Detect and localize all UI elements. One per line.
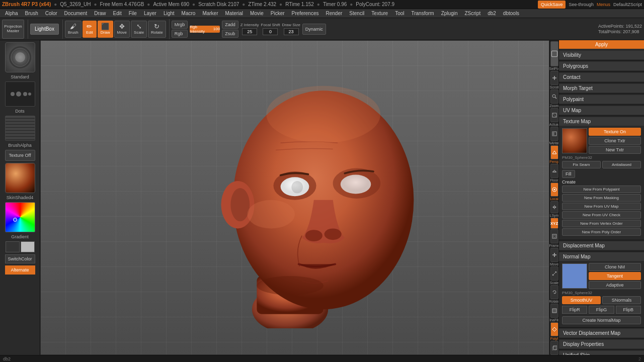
viewport[interactable] — [40, 40, 549, 355]
local-button[interactable] — [550, 183, 558, 197]
material-preview[interactable] — [5, 163, 35, 193]
alternate-button[interactable]: Alternate — [5, 265, 35, 275]
scale-icon-button[interactable] — [550, 266, 558, 281]
menu-layer[interactable]: Layer — [141, 10, 159, 17]
zsub-button[interactable]: Zsub — [222, 30, 238, 38]
menu-render[interactable]: Render — [323, 10, 346, 17]
draw-button[interactable]: ⬛ Draw — [98, 21, 113, 38]
dynamic-button[interactable]: Dynamic — [302, 24, 326, 35]
viewport-canvas[interactable] — [40, 40, 549, 355]
edit-button[interactable]: ✏ Edit — [83, 21, 97, 38]
scroll-button[interactable] — [550, 71, 558, 85]
normal-map-header[interactable]: Normal Map — [559, 252, 644, 261]
adaptive-button[interactable]: Adaptive — [589, 281, 641, 289]
menu-material[interactable]: Material — [222, 10, 247, 17]
zoom-button[interactable] — [550, 89, 558, 104]
flipr-button[interactable]: FlipR — [562, 306, 587, 314]
secondary-color-swatch[interactable] — [21, 241, 35, 252]
primary-color-swatch[interactable] — [6, 241, 20, 252]
uv-map-header[interactable]: UV Map — [559, 106, 644, 115]
menu-document[interactable]: Document — [61, 10, 91, 17]
persp-button[interactable] — [550, 145, 558, 159]
quicksave-button[interactable]: QuickSave — [538, 1, 566, 9]
menu-picker[interactable]: Picker — [268, 10, 288, 17]
xyz-button[interactable]: XYZ — [550, 218, 558, 229]
texture-on-button[interactable]: Texture On — [589, 128, 641, 136]
draw-size-value[interactable]: 23 — [284, 28, 299, 35]
default-zscript-label[interactable]: DefaultZScript — [613, 2, 642, 7]
new-from-masking[interactable]: New From Masking — [562, 194, 641, 202]
move-button[interactable]: ✥ Move — [114, 21, 130, 38]
flipg-button[interactable]: FlipG — [589, 306, 614, 314]
menu-light[interactable]: Light — [160, 10, 178, 17]
zadd-button[interactable]: Zadd — [222, 21, 238, 29]
polygroups-header[interactable]: Polygroups — [559, 62, 644, 70]
texture-off-button[interactable]: Texture Off — [5, 150, 35, 161]
menu-stencil[interactable]: Stencil — [346, 10, 367, 17]
menu-dbtools[interactable]: dbtools — [500, 10, 522, 17]
clone-nm-button[interactable]: Clone NM — [589, 263, 641, 271]
visibility-header[interactable]: Visibility — [559, 51, 644, 59]
z-intensity-value[interactable]: 25 — [242, 28, 257, 35]
transp-button[interactable] — [550, 341, 558, 355]
display-properties-header[interactable]: Display Properties — [559, 340, 644, 348]
polyf-button[interactable] — [550, 322, 558, 336]
apply-button[interactable]: Apply — [559, 40, 644, 49]
menus-label[interactable]: Menus — [597, 2, 610, 7]
normal-map-preview[interactable] — [562, 263, 587, 289]
rotate-icon-button[interactable] — [550, 285, 558, 299]
snormals-button[interactable]: SNormals — [602, 296, 641, 304]
menu-zplugin[interactable]: Zplugin — [438, 10, 461, 17]
menu-db2[interactable]: db2 — [485, 10, 499, 17]
menu-file[interactable]: File — [126, 10, 140, 17]
brush-mode-button[interactable]: 🖌 Brush — [65, 21, 82, 38]
contact-header[interactable]: Contact — [559, 73, 644, 81]
menu-transform[interactable]: Transform — [408, 10, 437, 17]
flipb-button[interactable]: FlipB — [616, 306, 641, 314]
selpix-button[interactable] — [550, 41, 558, 66]
menu-alpha[interactable]: Alpha — [2, 10, 21, 17]
lsym-button[interactable] — [550, 201, 558, 213]
menu-movie[interactable]: Movie — [247, 10, 267, 17]
texture-map-header[interactable]: Texture Map — [559, 117, 644, 126]
projection-master-button[interactable]: ProjectionMaster — [2, 20, 24, 39]
displacement-map-header[interactable]: Displacement Map — [559, 241, 644, 250]
focal-shift-value[interactable]: 0 — [263, 28, 278, 35]
new-from-uv-map[interactable]: New From UV Map — [562, 203, 641, 210]
scale-button[interactable]: ⤡ Scale — [131, 21, 147, 38]
floor-button[interactable] — [550, 164, 558, 178]
new-from-poly-order[interactable]: New From Poly Order — [562, 228, 641, 236]
new-txtr-button[interactable]: New Txtr — [589, 146, 641, 154]
menu-macro[interactable]: Macro — [179, 10, 199, 17]
rgb-button[interactable]: Rgb — [172, 30, 188, 38]
rgb-intensity-bar[interactable]: Rgb Intensity 100 — [190, 26, 220, 33]
menu-edit[interactable]: Edit — [110, 10, 125, 17]
texture-preview[interactable] — [562, 128, 587, 153]
menu-color[interactable]: Color — [42, 10, 60, 17]
switch-color-button[interactable]: SwitchColor — [5, 254, 35, 263]
inafill-button[interactable] — [550, 304, 558, 318]
menu-brush[interactable]: Brush — [22, 10, 41, 17]
brush-alpha[interactable] — [5, 116, 35, 141]
rotate-button[interactable]: ↻ Rotate — [148, 21, 166, 38]
morph-target-header[interactable]: Morph Target — [559, 84, 644, 93]
frame-button[interactable] — [550, 229, 558, 243]
menu-marker[interactable]: Marker — [199, 10, 221, 17]
brush-dots[interactable] — [5, 81, 35, 107]
smoothuv-button[interactable]: SmoothUV — [562, 296, 601, 304]
menu-texture[interactable]: Texture — [368, 10, 391, 17]
menu-draw[interactable]: Draw — [91, 10, 109, 17]
lightbox-button[interactable]: LightBox — [30, 24, 59, 35]
actual-button[interactable] — [550, 108, 558, 122]
unified-skin-header[interactable]: Unified Skin — [559, 351, 644, 355]
create-normal-map[interactable]: Create NormalMap — [562, 316, 641, 324]
fill-button[interactable]: Fill — [562, 170, 575, 178]
mrgb-button[interactable]: Mrgb — [172, 21, 188, 29]
new-from-uv-check[interactable]: New From UV Check — [562, 211, 641, 219]
menu-preferences[interactable]: Preferences — [289, 10, 322, 17]
tangent-button[interactable]: Tangent — [589, 272, 641, 280]
menu-zscript[interactable]: ZScript — [462, 10, 484, 17]
vector-displacement-header[interactable]: Vector Displacement Map — [559, 329, 644, 337]
antialiased-button[interactable]: Antialiased — [602, 161, 641, 168]
new-from-polypaint[interactable]: New From Polypaint — [562, 186, 641, 193]
